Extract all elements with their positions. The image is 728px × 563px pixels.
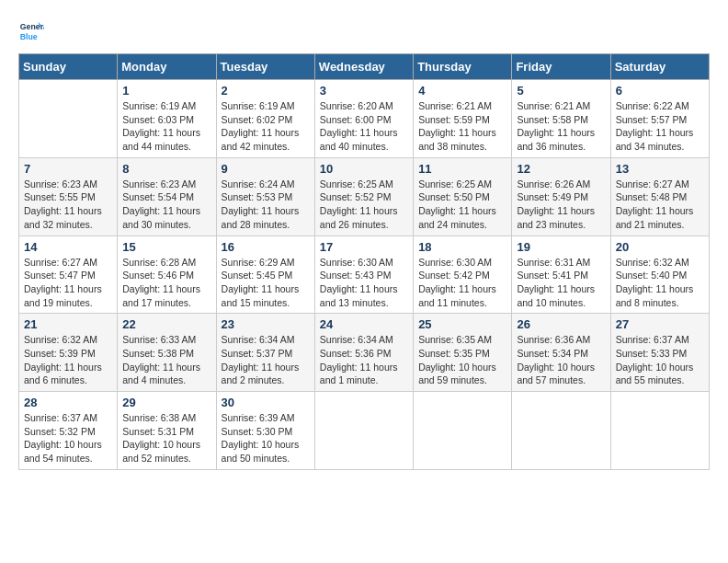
calendar-cell: 19Sunrise: 6:31 AM Sunset: 5:41 PM Dayli…: [512, 236, 610, 314]
calendar-cell: 17Sunrise: 6:30 AM Sunset: 5:43 PM Dayli…: [314, 236, 413, 314]
day-number: 24: [320, 317, 408, 331]
calendar-cell: 20Sunrise: 6:32 AM Sunset: 5:40 PM Dayli…: [610, 236, 709, 314]
day-number: 8: [122, 162, 210, 176]
day-number: 13: [616, 162, 704, 176]
day-info: Sunrise: 6:21 AM Sunset: 5:59 PM Dayligh…: [418, 99, 506, 154]
day-number: 25: [418, 317, 506, 331]
day-info: Sunrise: 6:32 AM Sunset: 5:40 PM Dayligh…: [616, 256, 704, 310]
calendar-cell: 9Sunrise: 6:24 AM Sunset: 5:53 PM Daylig…: [216, 157, 314, 236]
day-number: 5: [517, 84, 605, 98]
calendar-cell: 27Sunrise: 6:37 AM Sunset: 5:33 PM Dayli…: [610, 314, 709, 392]
day-number: 7: [24, 162, 112, 176]
calendar-cell: 10Sunrise: 6:25 AM Sunset: 5:52 PM Dayli…: [314, 157, 413, 236]
day-number: 10: [320, 162, 408, 176]
day-info: Sunrise: 6:32 AM Sunset: 5:39 PM Dayligh…: [24, 333, 112, 387]
day-info: Sunrise: 6:31 AM Sunset: 5:41 PM Dayligh…: [517, 256, 605, 310]
calendar-week-3: 14Sunrise: 6:27 AM Sunset: 5:47 PM Dayli…: [19, 236, 710, 314]
day-info: Sunrise: 6:20 AM Sunset: 6:00 PM Dayligh…: [320, 99, 408, 154]
calendar-cell: 5Sunrise: 6:21 AM Sunset: 5:58 PM Daylig…: [512, 80, 610, 158]
day-info: Sunrise: 6:28 AM Sunset: 5:46 PM Dayligh…: [122, 256, 210, 310]
day-number: 3: [320, 84, 408, 98]
day-number: 28: [24, 396, 112, 409]
logo: General Blue: [18, 18, 48, 44]
day-header-thursday: Thursday: [414, 54, 512, 80]
day-number: 30: [222, 396, 310, 409]
day-number: 21: [24, 317, 112, 331]
calendar-cell: [610, 392, 709, 470]
calendar-cell: 4Sunrise: 6:21 AM Sunset: 5:59 PM Daylig…: [414, 80, 512, 158]
day-info: Sunrise: 6:21 AM Sunset: 5:58 PM Dayligh…: [517, 99, 605, 154]
calendar-cell: 13Sunrise: 6:27 AM Sunset: 5:48 PM Dayli…: [610, 157, 709, 236]
day-info: Sunrise: 6:19 AM Sunset: 6:03 PM Dayligh…: [122, 99, 210, 154]
calendar-cell: [512, 392, 610, 470]
day-number: 20: [616, 240, 704, 254]
calendar-week-4: 21Sunrise: 6:32 AM Sunset: 5:39 PM Dayli…: [19, 314, 710, 392]
day-info: Sunrise: 6:37 AM Sunset: 5:33 PM Dayligh…: [616, 333, 704, 387]
day-info: Sunrise: 6:34 AM Sunset: 5:36 PM Dayligh…: [320, 333, 408, 387]
day-number: 14: [24, 240, 112, 254]
logo-icon: General Blue: [18, 18, 44, 44]
day-number: 16: [222, 240, 310, 254]
svg-text:Blue: Blue: [20, 32, 38, 41]
day-info: Sunrise: 6:25 AM Sunset: 5:50 PM Dayligh…: [418, 178, 506, 232]
day-info: Sunrise: 6:19 AM Sunset: 6:02 PM Dayligh…: [222, 99, 310, 154]
calendar-week-2: 7Sunrise: 6:23 AM Sunset: 5:55 PM Daylig…: [19, 157, 710, 236]
calendar-cell: 29Sunrise: 6:38 AM Sunset: 5:31 PM Dayli…: [118, 392, 216, 470]
calendar-cell: 30Sunrise: 6:39 AM Sunset: 5:30 PM Dayli…: [216, 392, 314, 470]
day-info: Sunrise: 6:39 AM Sunset: 5:30 PM Dayligh…: [222, 411, 310, 465]
day-header-wednesday: Wednesday: [314, 54, 413, 80]
calendar-cell: 6Sunrise: 6:22 AM Sunset: 5:57 PM Daylig…: [610, 80, 709, 158]
calendar-cell: 28Sunrise: 6:37 AM Sunset: 5:32 PM Dayli…: [19, 392, 118, 470]
calendar-cell: 12Sunrise: 6:26 AM Sunset: 5:49 PM Dayli…: [512, 157, 610, 236]
day-info: Sunrise: 6:37 AM Sunset: 5:32 PM Dayligh…: [24, 411, 112, 465]
day-number: 23: [222, 317, 310, 331]
calendar-cell: 18Sunrise: 6:30 AM Sunset: 5:42 PM Dayli…: [414, 236, 512, 314]
day-number: 17: [320, 240, 408, 254]
day-info: Sunrise: 6:27 AM Sunset: 5:47 PM Dayligh…: [24, 256, 112, 310]
calendar-cell: 16Sunrise: 6:29 AM Sunset: 5:45 PM Dayli…: [216, 236, 314, 314]
day-number: 22: [122, 317, 210, 331]
day-info: Sunrise: 6:34 AM Sunset: 5:37 PM Dayligh…: [222, 333, 310, 387]
day-number: 15: [122, 240, 210, 254]
day-number: 29: [122, 396, 210, 409]
calendar-cell: 23Sunrise: 6:34 AM Sunset: 5:37 PM Dayli…: [216, 314, 314, 392]
day-header-tuesday: Tuesday: [216, 54, 314, 80]
calendar-cell: 15Sunrise: 6:28 AM Sunset: 5:46 PM Dayli…: [118, 236, 216, 314]
day-info: Sunrise: 6:23 AM Sunset: 5:55 PM Dayligh…: [24, 178, 112, 232]
day-info: Sunrise: 6:24 AM Sunset: 5:53 PM Dayligh…: [222, 178, 310, 232]
calendar-cell: 22Sunrise: 6:33 AM Sunset: 5:38 PM Dayli…: [118, 314, 216, 392]
calendar-cell: 21Sunrise: 6:32 AM Sunset: 5:39 PM Dayli…: [19, 314, 118, 392]
calendar-cell: [414, 392, 512, 470]
day-info: Sunrise: 6:30 AM Sunset: 5:42 PM Dayligh…: [418, 256, 506, 310]
calendar-cell: [314, 392, 413, 470]
day-info: Sunrise: 6:22 AM Sunset: 5:57 PM Dayligh…: [616, 99, 704, 154]
day-number: 2: [222, 84, 310, 98]
calendar: SundayMondayTuesdayWednesdayThursdayFrid…: [18, 53, 710, 470]
day-number: 4: [418, 84, 506, 98]
day-info: Sunrise: 6:25 AM Sunset: 5:52 PM Dayligh…: [320, 178, 408, 232]
day-info: Sunrise: 6:38 AM Sunset: 5:31 PM Dayligh…: [122, 411, 210, 465]
day-number: 11: [418, 162, 506, 176]
calendar-week-1: 1Sunrise: 6:19 AM Sunset: 6:03 PM Daylig…: [19, 80, 710, 158]
calendar-cell: 24Sunrise: 6:34 AM Sunset: 5:36 PM Dayli…: [314, 314, 413, 392]
day-number: 9: [222, 162, 310, 176]
day-info: Sunrise: 6:36 AM Sunset: 5:34 PM Dayligh…: [517, 333, 605, 387]
day-info: Sunrise: 6:30 AM Sunset: 5:43 PM Dayligh…: [320, 256, 408, 310]
calendar-cell: 2Sunrise: 6:19 AM Sunset: 6:02 PM Daylig…: [216, 80, 314, 158]
calendar-body: 1Sunrise: 6:19 AM Sunset: 6:03 PM Daylig…: [19, 80, 710, 470]
day-info: Sunrise: 6:33 AM Sunset: 5:38 PM Dayligh…: [122, 333, 210, 387]
calendar-cell: 14Sunrise: 6:27 AM Sunset: 5:47 PM Dayli…: [19, 236, 118, 314]
calendar-cell: 26Sunrise: 6:36 AM Sunset: 5:34 PM Dayli…: [512, 314, 610, 392]
calendar-cell: [19, 80, 118, 158]
calendar-cell: 3Sunrise: 6:20 AM Sunset: 6:00 PM Daylig…: [314, 80, 413, 158]
calendar-week-5: 28Sunrise: 6:37 AM Sunset: 5:32 PM Dayli…: [19, 392, 710, 470]
calendar-cell: 8Sunrise: 6:23 AM Sunset: 5:54 PM Daylig…: [118, 157, 216, 236]
day-number: 27: [616, 317, 704, 331]
day-header-friday: Friday: [512, 54, 610, 80]
day-info: Sunrise: 6:27 AM Sunset: 5:48 PM Dayligh…: [616, 178, 704, 232]
day-number: 12: [517, 162, 605, 176]
day-header-saturday: Saturday: [610, 54, 709, 80]
day-number: 1: [122, 84, 210, 98]
day-info: Sunrise: 6:23 AM Sunset: 5:54 PM Dayligh…: [122, 178, 210, 232]
day-number: 19: [517, 240, 605, 254]
